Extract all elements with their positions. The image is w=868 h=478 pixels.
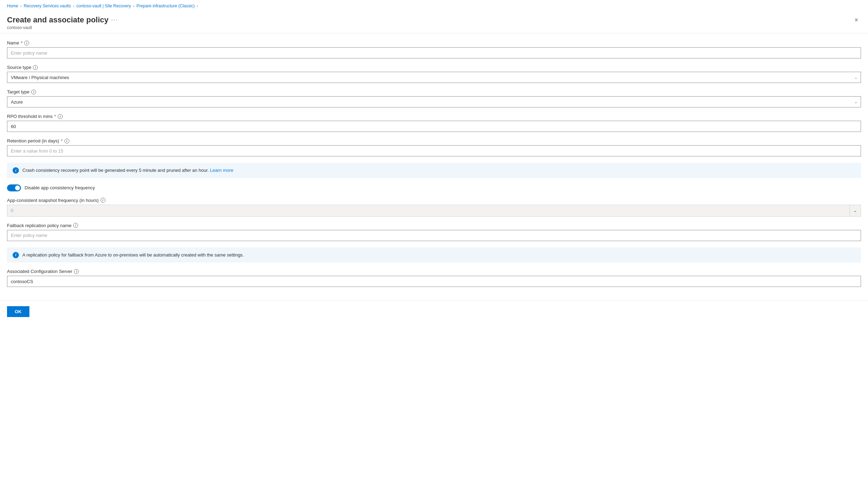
crash-consistency-banner-text: Crash consistency recovery point will be… (22, 167, 233, 174)
breadcrumb-sep-1: › (20, 4, 22, 8)
failback-info-banner-icon: i (13, 252, 19, 258)
panel-subtitle: contoso-vault (7, 25, 118, 30)
rpo-required: * (54, 114, 56, 119)
breadcrumb-home[interactable]: Home (7, 3, 18, 8)
learn-more-link-1[interactable]: Learn more (210, 168, 233, 173)
source-type-label: Source type i (7, 65, 861, 70)
assoc-config-info-icon[interactable]: i (74, 269, 79, 274)
disable-app-consistency-toggle[interactable] (7, 184, 21, 191)
breadcrumb-sep-4: › (197, 4, 198, 8)
retention-info-icon[interactable]: i (64, 139, 69, 143)
toggle-label-text: Disable app consistency frequency (25, 185, 95, 190)
assoc-config-label: Associated Configuration Server i (7, 269, 861, 274)
failback-info-banner-text: A replication policy for failback from A… (22, 252, 244, 259)
rpo-input[interactable] (7, 121, 861, 132)
app-consistency-chevron-icon: ⌄ (853, 208, 857, 213)
name-input[interactable] (7, 47, 861, 58)
retention-group: Retention period (in days) * i (7, 138, 861, 156)
rpo-label-text: RPO threshold in mins (7, 114, 53, 119)
source-type-select-wrapper: VMware / Physical machines Hyper-V ⌄ (7, 72, 861, 83)
target-type-select[interactable]: Azure (7, 96, 861, 107)
breadcrumb-sep-2: › (73, 4, 74, 8)
panel-title: Create and associate policy (7, 15, 109, 24)
failback-info-banner: i A replication policy for failback from… (7, 247, 861, 263)
target-type-info-icon[interactable]: i (31, 90, 36, 94)
panel-title-row: Create and associate policy ··· (7, 15, 118, 24)
panel-title-area: Create and associate policy ··· contoso-… (7, 15, 118, 30)
crash-consistency-banner-icon: i (13, 167, 19, 174)
app-consistency-info-icon[interactable]: i (101, 198, 105, 203)
breadcrumb-vaults[interactable]: Recovery Services vaults (24, 3, 71, 8)
failback-input[interactable] (7, 230, 861, 241)
app-consistency-input[interactable] (7, 205, 849, 216)
panel-header: Create and associate policy ··· contoso-… (0, 11, 868, 33)
page-container: Home › Recovery Services vaults › contos… (0, 0, 868, 478)
form-body: Name * i Source type i VMware / Physical… (0, 33, 868, 300)
rpo-label: RPO threshold in mins * i (7, 114, 861, 119)
rpo-group: RPO threshold in mins * i (7, 114, 861, 132)
target-type-group: Target type i Azure ⌄ (7, 89, 861, 107)
breadcrumb-sep-3: › (133, 4, 135, 8)
target-type-label: Target type i (7, 89, 861, 94)
rpo-info-icon[interactable]: i (58, 114, 63, 119)
retention-required: * (61, 139, 63, 143)
failback-info-icon[interactable]: i (73, 223, 78, 228)
failback-group: Failback replication policy name i (7, 223, 861, 241)
retention-label: Retention period (in days) * i (7, 138, 861, 143)
target-type-label-text: Target type (7, 89, 29, 94)
source-type-group: Source type i VMware / Physical machines… (7, 65, 861, 83)
assoc-config-input[interactable] (7, 276, 861, 287)
name-required: * (21, 41, 23, 45)
failback-label: Failback replication policy name i (7, 223, 861, 228)
name-label-text: Name (7, 40, 19, 45)
target-type-select-wrapper: Azure ⌄ (7, 96, 861, 107)
panel-ellipsis-btn[interactable]: ··· (111, 17, 118, 23)
crash-consistency-banner: i Crash consistency recovery point will … (7, 163, 861, 178)
source-type-select[interactable]: VMware / Physical machines Hyper-V (7, 72, 861, 83)
app-consistency-select-wrapper: ⌄ (7, 205, 861, 217)
source-type-info-icon[interactable]: i (33, 65, 38, 70)
app-consistency-dropdown-btn[interactable]: ⌄ (849, 205, 861, 216)
breadcrumb-vault[interactable]: contoso-vault | Site Recovery (76, 3, 131, 8)
retention-label-text: Retention period (in days) (7, 138, 59, 143)
source-type-label-text: Source type (7, 65, 31, 70)
breadcrumb-prepare[interactable]: Prepare infrastructure (Classic) (137, 3, 195, 8)
retention-input[interactable] (7, 145, 861, 156)
form-footer: OK (0, 300, 868, 323)
assoc-config-group: Associated Configuration Server i (7, 269, 861, 287)
assoc-config-label-text: Associated Configuration Server (7, 269, 72, 274)
name-group: Name * i (7, 40, 861, 58)
app-consistency-label-text: App-consistent snapshot frequency (in ho… (7, 198, 99, 203)
failback-label-text: Failback replication policy name (7, 223, 71, 228)
toggle-slider (7, 184, 21, 191)
close-button[interactable]: × (852, 15, 861, 24)
toggle-row: Disable app consistency frequency (7, 184, 861, 191)
app-consistency-group: App-consistent snapshot frequency (in ho… (7, 198, 861, 217)
breadcrumb: Home › Recovery Services vaults › contos… (0, 0, 868, 11)
ok-button[interactable]: OK (7, 306, 29, 317)
name-label: Name * i (7, 40, 861, 45)
app-consistency-label: App-consistent snapshot frequency (in ho… (7, 198, 861, 203)
toggle-group: Disable app consistency frequency (7, 184, 861, 191)
name-info-icon[interactable]: i (24, 41, 29, 45)
